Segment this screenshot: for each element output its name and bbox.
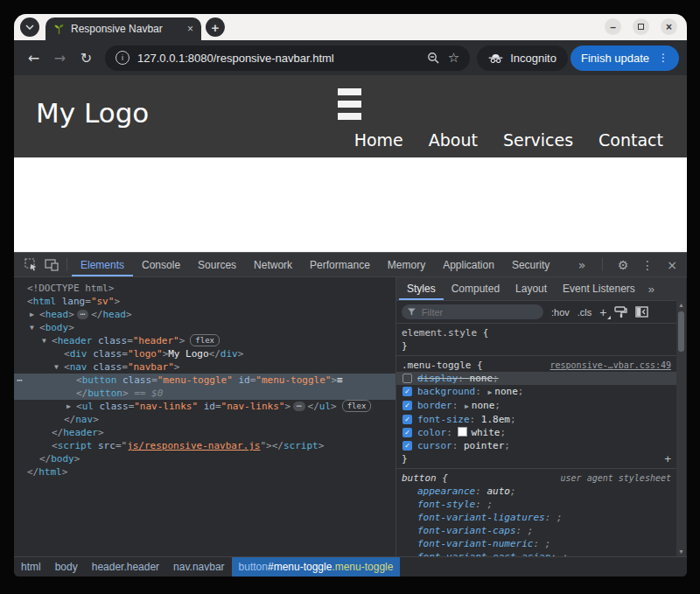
styles-tab-layout[interactable]: Layout bbox=[508, 277, 555, 300]
dom-tree-node[interactable]: </button> == $0 bbox=[14, 387, 396, 400]
styles-tab-computed[interactable]: Computed bbox=[444, 277, 508, 300]
node-overflow-dots-icon[interactable]: ⋯ bbox=[17, 374, 23, 387]
reload-button[interactable]: ↻ bbox=[74, 50, 98, 66]
minimize-button[interactable]: – bbox=[605, 18, 621, 35]
css-property[interactable]: ✓border: ▶none; bbox=[402, 399, 671, 413]
expanded-arrow-icon[interactable]: ▼ bbox=[30, 321, 39, 334]
scroll-up-icon[interactable]: ▲ bbox=[676, 302, 686, 308]
dom-tree-node[interactable]: </html> bbox=[14, 465, 396, 479]
css-property[interactable]: appearance: auto; bbox=[402, 485, 671, 498]
property-checkbox[interactable]: ✓ bbox=[402, 415, 412, 424]
new-style-rule-button[interactable]: + bbox=[599, 307, 606, 318]
devtools-menu-dots-icon[interactable]: ⋮ bbox=[639, 258, 656, 272]
css-property[interactable]: ✓font-size: 1.8em; bbox=[402, 413, 671, 426]
css-property[interactable]: ✓color: white; bbox=[402, 426, 671, 439]
css-property[interactable]: font-style: ; bbox=[402, 498, 671, 511]
inspect-element-icon[interactable] bbox=[20, 255, 41, 275]
scrollbar-thumb[interactable] bbox=[678, 311, 684, 352]
forward-button[interactable]: → bbox=[48, 50, 72, 66]
dom-tree-node[interactable]: ▼<body> bbox=[14, 321, 396, 334]
styles-filter-input[interactable] bbox=[420, 306, 537, 318]
dom-tree-node[interactable]: <html lang="sv"> bbox=[14, 295, 396, 308]
styles-more-tabs-icon[interactable]: » bbox=[643, 283, 660, 296]
devtools-tab-security[interactable]: Security bbox=[503, 253, 558, 276]
address-bar[interactable]: i 127.0.0.1:8080/responsive-navbar.html … bbox=[105, 45, 470, 71]
tab-search-button[interactable] bbox=[20, 17, 39, 37]
collapsed-arrow-icon[interactable]: ▶ bbox=[66, 400, 76, 413]
toggle-element-state-button[interactable]: :hov bbox=[551, 307, 570, 318]
browser-tab[interactable]: Responsive Navbar × bbox=[46, 17, 201, 40]
dom-tree-node[interactable]: ▼<header class="header">flex bbox=[14, 334, 396, 347]
devtools-tab-elements[interactable]: Elements bbox=[72, 253, 133, 276]
breadcrumb-html[interactable]: html bbox=[14, 557, 48, 577]
styles-scrollbar[interactable]: ▲ ▼ bbox=[676, 300, 686, 556]
expand-value-icon[interactable]: ▶ bbox=[465, 402, 469, 410]
expanded-arrow-icon[interactable]: ▼ bbox=[54, 360, 64, 374]
stylesheet-link[interactable]: responsive-…vbar.css:49 bbox=[550, 359, 671, 372]
devtools-tab-memory[interactable]: Memory bbox=[379, 253, 434, 276]
devtools-tab-performance[interactable]: Performance bbox=[301, 253, 379, 276]
dom-tree-node[interactable]: </nav> bbox=[14, 413, 396, 426]
scroll-down-icon[interactable]: ▼ bbox=[676, 549, 686, 555]
rule-selector[interactable]: .menu-toggle bbox=[402, 359, 471, 372]
new-tab-button[interactable]: + bbox=[206, 17, 225, 37]
css-property[interactable]: font-variant-caps: ; bbox=[402, 524, 671, 537]
styles-tab-styles[interactable]: Styles bbox=[399, 277, 444, 300]
dom-tree-node[interactable]: </header> bbox=[14, 426, 396, 439]
devtools-tab-network[interactable]: Network bbox=[245, 253, 301, 276]
update-menu-dots-icon[interactable]: ⋮ bbox=[658, 52, 668, 64]
dom-tree-node[interactable]: <div class="logo">My Logo</div> bbox=[14, 347, 396, 360]
menu-toggle-button[interactable] bbox=[338, 88, 361, 120]
expand-value-icon[interactable]: ▶ bbox=[487, 388, 492, 396]
dom-tree-node[interactable]: ▶<ul class="nav-links" id="nav-links">⋯<… bbox=[14, 400, 396, 413]
css-property[interactable]: font-variant-ligatures: ; bbox=[402, 511, 671, 524]
property-checkbox[interactable]: ✓ bbox=[402, 428, 412, 437]
paint-roller-icon[interactable] bbox=[614, 306, 627, 318]
tab-close-icon[interactable]: × bbox=[187, 23, 193, 35]
maximize-button[interactable] bbox=[633, 18, 649, 35]
devtools-tab-application[interactable]: Application bbox=[434, 253, 503, 276]
collapsed-content-dots-icon[interactable]: ⋯ bbox=[77, 310, 88, 319]
toggle-class-button[interactable]: .cls bbox=[578, 307, 592, 318]
css-property[interactable]: display: none; bbox=[396, 372, 676, 385]
filter-pill[interactable] bbox=[402, 304, 543, 319]
device-toolbar-icon[interactable] bbox=[41, 255, 62, 275]
dom-tree-node[interactable]: <!DOCTYPE html> bbox=[14, 282, 396, 295]
back-button[interactable]: ← bbox=[22, 50, 46, 66]
property-checkbox[interactable]: ✓ bbox=[402, 441, 412, 451]
dom-tree-node[interactable]: </body> bbox=[14, 452, 396, 465]
dom-tree-node[interactable]: ⋯<button class="menu-toggle" id="menu-to… bbox=[14, 374, 396, 387]
collapsed-arrow-icon[interactable]: ▶ bbox=[30, 308, 39, 321]
finish-update-button[interactable]: Finish update ⋮ bbox=[570, 45, 679, 71]
styles-tab-event-listeners[interactable]: Event Listeners bbox=[555, 277, 643, 300]
url-text[interactable]: 127.0.0.1:8080/responsive-navbar.html bbox=[137, 52, 419, 65]
nav-link-services[interactable]: Services bbox=[503, 130, 573, 150]
flex-badge[interactable]: flex bbox=[190, 334, 220, 346]
property-checkbox[interactable] bbox=[402, 374, 412, 383]
css-property[interactable]: font-variant-numeric: ; bbox=[402, 537, 671, 550]
css-property[interactable]: font-variant-east-asian: ; bbox=[402, 550, 671, 556]
breadcrumb-selected[interactable]: button#menu-toggle.menu-toggle bbox=[232, 557, 401, 577]
more-tabs-icon[interactable]: » bbox=[573, 258, 591, 272]
css-property[interactable]: ✓background: ▶none; bbox=[402, 385, 671, 399]
site-info-icon[interactable]: i bbox=[116, 51, 130, 65]
rule-selector[interactable]: element.style bbox=[402, 326, 477, 339]
breadcrumb-nav[interactable]: nav.navbar bbox=[166, 557, 231, 577]
devtools-tab-sources[interactable]: Sources bbox=[189, 253, 245, 276]
breadcrumb-body[interactable]: body bbox=[48, 557, 85, 577]
dom-tree-node[interactable]: ▶<head>⋯</head> bbox=[14, 308, 396, 321]
computed-sidebar-toggle-icon[interactable] bbox=[635, 306, 648, 318]
breadcrumb-header[interactable]: header.header bbox=[85, 557, 166, 577]
add-property-icon[interactable]: + bbox=[664, 452, 671, 465]
nav-link-home[interactable]: Home bbox=[354, 130, 403, 150]
dom-tree-node[interactable]: <script src="js/responsive-navbar.js"></… bbox=[14, 439, 396, 452]
rule-selector[interactable]: button bbox=[402, 472, 437, 485]
property-checkbox[interactable]: ✓ bbox=[402, 401, 412, 410]
flex-badge[interactable]: flex bbox=[342, 400, 372, 412]
css-property[interactable]: ✓cursor: pointer; bbox=[402, 439, 671, 452]
devtools-tab-console[interactable]: Console bbox=[133, 253, 189, 276]
property-checkbox[interactable]: ✓ bbox=[402, 387, 412, 396]
expanded-arrow-icon[interactable]: ▼ bbox=[42, 334, 52, 347]
window-close-button[interactable]: × bbox=[661, 18, 677, 35]
collapsed-content-dots-icon[interactable]: ⋯ bbox=[293, 402, 304, 411]
